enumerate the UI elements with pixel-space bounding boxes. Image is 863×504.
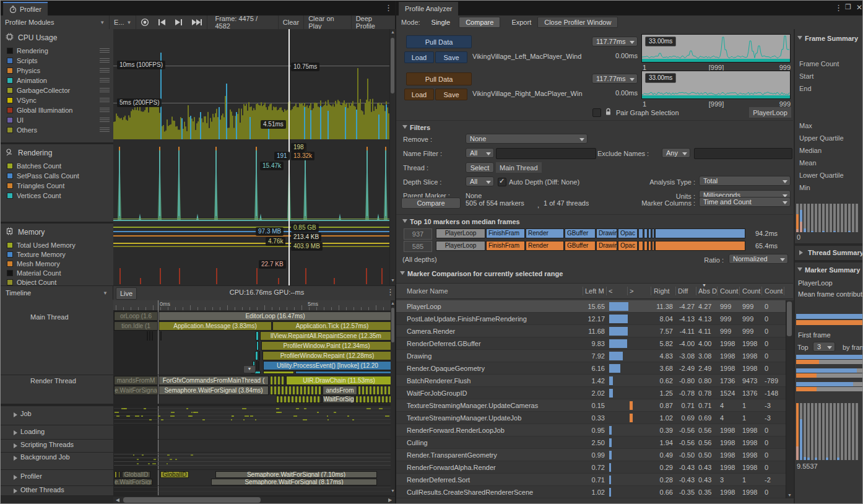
drag-handle-icon[interactable] (100, 98, 110, 102)
scroll-down-icon[interactable]: ▼ (787, 493, 792, 497)
timeline-menu-icon[interactable]: ⋮ (386, 287, 394, 297)
close-icon[interactable]: ✕ (856, 3, 862, 12)
foldout-icon[interactable] (12, 474, 20, 481)
close-profiler-window-button[interactable]: Close Profiler Window (537, 17, 618, 28)
last-frame-button[interactable] (187, 15, 207, 29)
top-n-dropdown[interactable]: 3 (813, 342, 835, 352)
save-button[interactable]: Save (435, 89, 467, 100)
profiler-menu-icon[interactable]: ⋮ (384, 3, 392, 12)
timeline-vscroll-thumb[interactable] (391, 308, 394, 342)
top10-frame-index[interactable]: 585 (404, 241, 432, 252)
load-button[interactable]: Load (404, 89, 434, 100)
top10-marker-segment[interactable]: GBuffer (565, 228, 596, 238)
timeline-span[interactable] (255, 351, 258, 360)
top10-marker-segment[interactable]: Render (526, 228, 564, 238)
drag-handle-icon[interactable] (100, 58, 110, 63)
chart-series-item[interactable]: SetPass Calls Count (7, 172, 111, 180)
analysis-type-dropdown[interactable]: Total (699, 176, 791, 186)
top10-marker-segment[interactable]: PlayerLoop (436, 241, 485, 251)
deep-profile-button[interactable]: Deep Profile (352, 15, 395, 29)
drag-handle-icon[interactable] (100, 48, 110, 53)
range-dropdown[interactable]: 117.77ms (592, 37, 638, 46)
exclude-mode-dropdown[interactable]: Any (662, 148, 690, 158)
column-header-5[interactable]: Diff (678, 287, 696, 295)
timeline-view-dropdown[interactable]: Timeline▼ (1, 286, 113, 300)
module-header-1[interactable]: Rendering (6, 148, 111, 158)
top10-marker-segment[interactable]: PlayerLoop (436, 228, 485, 238)
timeline-span[interactable] (256, 361, 258, 370)
next-frame-button[interactable] (170, 15, 187, 29)
load-button[interactable]: Load (404, 51, 434, 63)
chart-series-item[interactable]: Physics (7, 66, 111, 75)
column-header-marker-name[interactable]: Marker Name (407, 287, 580, 295)
timeline-span[interactable] (259, 351, 260, 360)
timeline-span[interactable] (149, 331, 150, 341)
thread-group-other-threads[interactable]: Other Threads (20, 486, 64, 493)
timeline-span[interactable] (147, 331, 148, 341)
timeline-span[interactable] (270, 386, 322, 395)
prev-frame-button[interactable] (154, 15, 170, 29)
scroll-down-icon[interactable]: ▼ (391, 489, 395, 493)
rendering-chart[interactable] (113, 144, 389, 222)
exclude-names-input[interactable] (694, 148, 792, 159)
export-button[interactable]: Export (505, 19, 537, 26)
scroll-up-icon[interactable]: ▲ (391, 301, 395, 305)
foldout-icon[interactable] (12, 454, 20, 462)
chart-series-item[interactable]: Vertices Count (7, 191, 111, 200)
chart-series-item[interactable]: Total Used Memory (7, 241, 111, 250)
mode-compare-button[interactable]: Compare (459, 17, 500, 28)
top10-marker-segment[interactable] (648, 241, 651, 251)
thread-group-background-job[interactable]: Background Job (20, 453, 70, 461)
thread-group-render-thread[interactable]: Render Thread (30, 377, 76, 385)
timeline-span[interactable]: tion.Idle (1 (114, 321, 158, 331)
foldout-icon[interactable] (12, 429, 20, 437)
column-header-4[interactable]: Right (654, 287, 674, 295)
drag-handle-icon[interactable] (100, 68, 110, 72)
chart-series-item[interactable]: UI (7, 116, 111, 124)
module-header-2[interactable]: Memory (6, 227, 111, 237)
top10-marker-segment[interactable] (638, 228, 643, 238)
foldout-icon[interactable] (12, 487, 20, 495)
record-button[interactable] (136, 15, 154, 29)
timeline-span[interactable]: Utility.ProcessEvent() [Invoke] (12.20 (263, 361, 392, 370)
top10-marker-segment[interactable] (644, 241, 648, 251)
thread-summary-foldout[interactable]: Thread Summary (797, 249, 863, 256)
top10-marker-segment[interactable] (648, 228, 651, 238)
chart-series-item[interactable]: Global Illumination (7, 106, 111, 115)
thread-select-button[interactable]: Select (466, 162, 494, 173)
chart-series-item[interactable]: Texture Memory (7, 250, 111, 259)
top10-frame-index[interactable]: 937 (404, 228, 432, 240)
timeline-span[interactable]: llView.RepaintAll.RepaintScene (12.35m (260, 331, 392, 341)
timeline-span[interactable]: e.WaitForSigna (114, 386, 158, 395)
ratio-dropdown[interactable]: Normalized (729, 254, 788, 264)
collapse-rows-button[interactable]: ▼ (243, 365, 256, 373)
timeline-hscroll-thumb[interactable] (123, 497, 261, 503)
timeline-span[interactable] (276, 396, 322, 403)
name-filter-mode-dropdown[interactable]: All (466, 148, 494, 158)
timeline-span[interactable]: Semaphore.WaitForSignal (7.10ms) (215, 471, 377, 478)
table-scrollbar-thumb[interactable] (787, 302, 792, 336)
timeline-span[interactable] (270, 376, 285, 385)
timeline-span[interactable]: andsFrom (323, 386, 357, 395)
top10-marker-segment[interactable]: Opac (618, 241, 638, 251)
thread-group-main-thread[interactable]: Main Thread (30, 313, 69, 321)
chart-series-item[interactable]: Batches Count (7, 162, 111, 170)
chart-series-item[interactable]: Rendering (7, 46, 111, 55)
top10-marker-segment[interactable] (644, 228, 648, 238)
tab-profiler[interactable]: Profiler (3, 2, 48, 15)
maximize-icon[interactable]: ❒ (845, 3, 851, 11)
charts-scrollbar-thumb[interactable] (391, 38, 394, 93)
timeline-span[interactable]: Semaphore.WaitForSignal (8.17ms) (211, 479, 377, 485)
thread-group-job[interactable]: Job (20, 410, 32, 417)
top10-marker-segment[interactable] (652, 241, 654, 251)
column-header-2[interactable]: < (609, 287, 626, 295)
chart-series-item[interactable]: GarbageCollector (7, 86, 111, 95)
thread-group-profiler[interactable]: Profiler (20, 472, 42, 480)
pull-data-button[interactable]: Pull Data (406, 35, 472, 48)
timeline-span[interactable] (115, 471, 117, 478)
timeline-live-button[interactable]: Live (116, 287, 137, 300)
chart-series-item[interactable]: Others (7, 126, 111, 134)
chart-series-item[interactable]: Animation (7, 76, 111, 85)
timeline-span[interactable] (295, 371, 392, 374)
chart-series-item[interactable]: Mesh Memory (7, 259, 111, 268)
